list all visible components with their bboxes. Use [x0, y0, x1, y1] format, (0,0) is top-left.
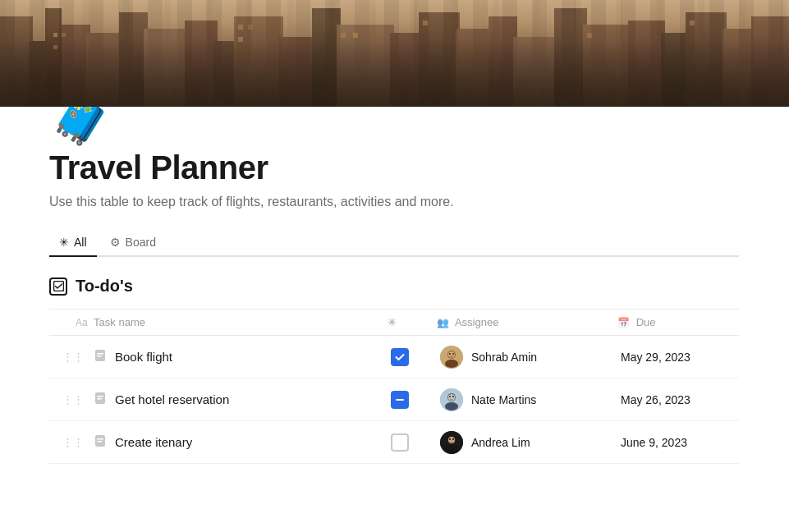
table-header-row: Aa Task name ✳ 👥 Assignee 📅 Due — [49, 310, 739, 336]
svg-rect-49 — [97, 398, 102, 400]
svg-rect-40 — [97, 355, 102, 357]
avatar-sohrab — [440, 346, 463, 369]
assignee-inner-2: Nate Martins — [440, 388, 594, 411]
svg-point-65 — [452, 438, 454, 440]
col-task-icon: Aa — [76, 317, 88, 328]
section-title: To-do's — [76, 277, 133, 296]
task-name-cell-1: ⋮⋮ Book flight — [49, 341, 378, 374]
tab-board-label: Board — [126, 236, 156, 249]
svg-rect-4 — [45, 8, 62, 107]
svg-rect-2 — [29, 41, 53, 107]
col-assignee-label: Assignee — [455, 316, 498, 328]
svg-rect-10 — [234, 16, 283, 107]
all-icon: ✳ — [59, 236, 69, 249]
task-table: Aa Task name ✳ 👥 Assignee 📅 Due — [49, 309, 739, 464]
assignee-name-3: Andrea Lim — [471, 436, 530, 449]
task-label-3[interactable]: Create itenary — [115, 435, 192, 449]
svg-rect-21 — [628, 21, 665, 107]
svg-rect-33 — [353, 33, 358, 38]
col-status[interactable]: ✳ — [378, 310, 427, 336]
assignee-cell-1[interactable]: Sohrab Amin — [427, 336, 608, 378]
board-icon: ⚙ — [110, 236, 121, 249]
svg-rect-23 — [686, 12, 727, 107]
due-cell-2: May 26, 2023 — [608, 378, 739, 421]
svg-rect-5 — [86, 33, 123, 107]
svg-rect-17 — [489, 16, 517, 107]
svg-point-43 — [445, 360, 458, 368]
svg-point-53 — [445, 402, 458, 410]
task-name-cell-3: ⋮⋮ Create itenary — [49, 426, 378, 459]
svg-rect-1 — [0, 16, 33, 107]
checkbox-done-1[interactable] — [391, 348, 409, 366]
drag-icon-2: ⋮⋮ — [62, 393, 84, 406]
svg-rect-58 — [97, 438, 103, 440]
svg-rect-7 — [144, 29, 189, 107]
svg-point-46 — [452, 353, 454, 355]
svg-rect-31 — [238, 37, 243, 42]
col-status-icon: ✳ — [388, 316, 397, 328]
view-tabs: ✳ All ⚙ Board — [49, 229, 739, 257]
svg-rect-35 — [587, 33, 592, 38]
checkbox-empty-3[interactable] — [391, 433, 409, 452]
status-cell-2[interactable] — [378, 378, 427, 421]
svg-rect-22 — [661, 33, 690, 107]
table-row: ⋮⋮ Get hotel reservation — [49, 378, 739, 421]
svg-point-62 — [445, 445, 458, 453]
svg-rect-59 — [97, 441, 102, 443]
drag-icon-3: ⋮⋮ — [62, 436, 84, 448]
svg-rect-29 — [238, 25, 243, 30]
page-title: Travel Planner — [49, 149, 739, 186]
tab-all[interactable]: ✳ All — [49, 229, 97, 257]
svg-rect-36 — [690, 21, 695, 25]
svg-rect-25 — [751, 16, 789, 107]
svg-rect-16 — [456, 29, 493, 107]
tab-board[interactable]: ⚙ Board — [100, 229, 166, 257]
svg-rect-32 — [341, 33, 346, 38]
svg-rect-8 — [185, 21, 218, 107]
svg-rect-24 — [722, 29, 755, 107]
col-task-label: Task name — [94, 316, 145, 328]
svg-rect-30 — [248, 25, 253, 30]
checkbox-partial-2[interactable] — [391, 391, 409, 409]
svg-rect-18 — [513, 37, 558, 107]
col-assignee-icon: 👥 — [437, 317, 449, 328]
section-todo-icon — [49, 277, 67, 296]
avatar-andrea — [440, 431, 463, 454]
svg-rect-19 — [554, 8, 587, 107]
assignee-inner-3: Andrea Lim — [440, 431, 594, 454]
page-icon-3 — [94, 434, 107, 451]
svg-rect-48 — [97, 396, 103, 397]
drag-icon-1: ⋮⋮ — [62, 351, 84, 363]
svg-rect-15 — [419, 12, 460, 107]
col-assignee[interactable]: 👥 Assignee — [427, 310, 608, 336]
col-due[interactable]: 📅 Due — [608, 310, 739, 336]
col-due-icon: 📅 — [617, 317, 630, 328]
svg-rect-14 — [390, 33, 423, 107]
table-row: ⋮⋮ Book flight — [49, 336, 739, 378]
section-header: To-do's — [49, 277, 739, 296]
status-cell-3[interactable] — [378, 421, 427, 464]
svg-rect-6 — [119, 12, 148, 107]
assignee-cell-3[interactable]: Andrea Lim — [427, 421, 608, 464]
col-task[interactable]: Aa Task name — [49, 310, 378, 336]
tab-all-label: All — [74, 236, 87, 249]
col-due-label: Due — [636, 316, 656, 328]
page-content: 🧳 Travel Planner Use this table to keep … — [0, 90, 788, 497]
svg-point-55 — [449, 396, 451, 397]
svg-rect-9 — [213, 41, 238, 107]
due-cell-3: June 9, 2023 — [608, 421, 739, 464]
task-name-cell-2: ⋮⋮ Get hotel reservation — [49, 383, 378, 416]
status-cell-1[interactable] — [378, 336, 427, 378]
svg-rect-11 — [279, 37, 316, 107]
svg-point-64 — [449, 438, 451, 440]
task-label-2[interactable]: Get hotel reservation — [115, 392, 229, 406]
svg-point-45 — [449, 353, 451, 355]
page-description: Use this table to keep track of flights,… — [49, 195, 739, 209]
table-row: ⋮⋮ Create itenary — [49, 421, 739, 464]
task-label-1[interactable]: Book flight — [115, 350, 172, 364]
assignee-cell-2[interactable]: Nate Martins — [427, 378, 608, 421]
svg-rect-34 — [423, 21, 428, 25]
avatar-nate — [440, 388, 463, 411]
svg-rect-26 — [53, 33, 57, 37]
svg-rect-39 — [97, 353, 103, 355]
